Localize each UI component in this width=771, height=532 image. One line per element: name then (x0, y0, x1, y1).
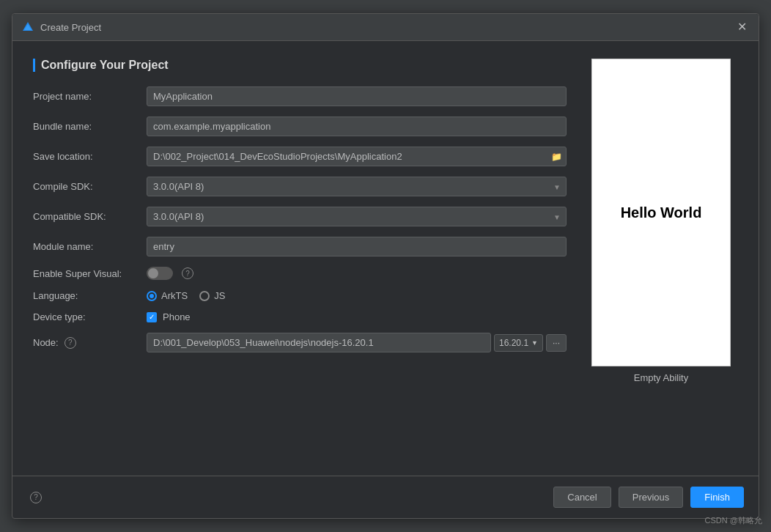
node-version-text: 16.20.1 (499, 338, 528, 348)
section-title: Configure Your Project (33, 59, 567, 72)
preview-section: Hello World Empty Ability (584, 59, 738, 458)
project-name-label: Project name: (33, 91, 147, 102)
compatible-sdk-select[interactable]: 3.0.0(API 8) (147, 207, 567, 226)
footer-right: Cancel Previous Finish (553, 487, 744, 508)
node-version-arrow-icon: ▼ (531, 339, 538, 347)
dialog-title: Create Project (40, 22, 101, 33)
module-name-row: Module name: (33, 237, 567, 256)
language-radio-group: ArkTS JS (147, 290, 567, 301)
device-type-label: Device type: (33, 311, 147, 322)
save-location-control: 📁 (147, 147, 567, 166)
node-row: Node: ? 16.20.1 ▼ ··· (33, 333, 567, 352)
node-browse-button[interactable]: ··· (546, 334, 567, 352)
project-name-row: Project name: (33, 86, 567, 106)
super-visual-label: Enable Super Visual: (33, 268, 147, 279)
save-location-label: Save location: (33, 151, 147, 162)
node-label-text: Node: (33, 337, 59, 348)
close-button[interactable]: ✕ (734, 20, 750, 34)
cancel-button[interactable]: Cancel (553, 487, 610, 508)
preview-hello-world: Hello World (621, 204, 702, 221)
node-version-tag: 16.20.1 ▼ (494, 334, 543, 352)
preview-template-label: Empty Ability (634, 372, 688, 383)
finish-button[interactable]: Finish (690, 487, 744, 508)
phone-checkbox: ✓ (147, 312, 157, 322)
footer-left: ? (27, 492, 42, 503)
dialog-body: Configure Your Project Project name: Bun… (12, 41, 759, 476)
bundle-name-label: Bundle name: (33, 121, 147, 132)
compatible-sdk-control: 3.0.0(API 8) ▼ (147, 207, 567, 226)
create-project-dialog: Create Project ✕ Configure Your Project … (12, 13, 759, 519)
compile-sdk-row: Compile SDK: 3.0.0(API 8) ▼ (33, 177, 567, 196)
phone-checkbox-wrap[interactable]: ✓ Phone (147, 311, 567, 322)
watermark: CSDN @韩略允 (705, 515, 762, 526)
compatible-sdk-label: Compatible SDK: (33, 211, 147, 222)
compile-sdk-select[interactable]: 3.0.0(API 8) (147, 177, 567, 196)
language-arkts-option[interactable]: ArkTS (147, 290, 188, 301)
form-section: Configure Your Project Project name: Bun… (33, 59, 567, 458)
node-help-icon[interactable]: ? (64, 337, 76, 349)
arkts-radio-circle (147, 291, 157, 301)
bundle-name-row: Bundle name: (33, 117, 567, 136)
previous-button[interactable]: Previous (619, 487, 684, 508)
compatible-sdk-select-wrap: 3.0.0(API 8) ▼ (147, 207, 567, 226)
super-visual-help-icon[interactable]: ? (182, 267, 193, 279)
footer-help-icon[interactable]: ? (30, 492, 42, 503)
arkts-radio-dot (150, 294, 154, 298)
bundle-name-control (147, 117, 567, 136)
save-location-wrap: 📁 (147, 147, 567, 166)
compile-sdk-select-wrap: 3.0.0(API 8) ▼ (147, 177, 567, 196)
language-row: Language: ArkTS JS (33, 290, 567, 301)
compatible-sdk-row: Compatible SDK: 3.0.0(API 8) ▼ (33, 207, 567, 226)
js-label: JS (214, 290, 225, 301)
super-visual-toggle[interactable] (147, 267, 173, 280)
node-label: Node: ? (33, 337, 147, 349)
dialog-footer: ? Cancel Previous Finish (12, 476, 759, 518)
save-location-row: Save location: 📁 (33, 147, 567, 166)
toggle-track (147, 267, 173, 280)
bundle-name-input[interactable] (147, 117, 567, 136)
module-name-label: Module name: (33, 241, 147, 252)
project-name-input[interactable] (147, 86, 567, 106)
folder-browse-icon[interactable]: 📁 (551, 152, 562, 162)
node-row-control: 16.20.1 ▼ ··· (147, 333, 567, 352)
title-bar: Create Project ✕ (12, 14, 759, 41)
device-type-control: ✓ Phone (147, 311, 567, 322)
phone-label: Phone (163, 311, 191, 322)
language-label: Language: (33, 290, 147, 301)
module-name-control (147, 237, 567, 256)
app-logo-icon (21, 21, 34, 34)
node-control: 16.20.1 ▼ ··· (147, 333, 567, 352)
preview-box: Hello World (591, 59, 731, 366)
save-location-input[interactable] (147, 147, 567, 166)
checkmark-icon: ✓ (149, 314, 155, 321)
toggle-thumb (148, 268, 158, 278)
project-name-control (147, 86, 567, 106)
compile-sdk-label: Compile SDK: (33, 181, 147, 192)
arkts-label: ArkTS (161, 290, 188, 301)
language-js-option[interactable]: JS (199, 290, 225, 301)
device-type-row: Device type: ✓ Phone (33, 311, 567, 322)
language-control: ArkTS JS (147, 290, 567, 301)
super-visual-control: ? (147, 267, 567, 280)
js-radio-circle (199, 291, 210, 301)
title-bar-left: Create Project (21, 21, 101, 34)
module-name-input[interactable] (147, 237, 567, 256)
node-path-input[interactable] (147, 333, 491, 352)
super-visual-row: Enable Super Visual: ? (33, 267, 567, 280)
compile-sdk-control: 3.0.0(API 8) ▼ (147, 177, 567, 196)
